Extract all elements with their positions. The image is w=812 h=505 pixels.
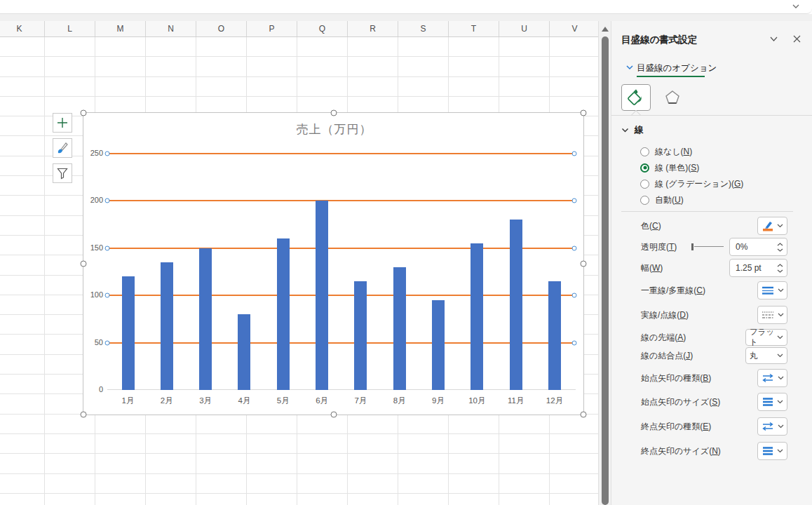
bar-series-point[interactable] [354, 281, 367, 390]
line-color-picker-dropdown[interactable] [757, 217, 787, 235]
radio-button[interactable] [640, 147, 649, 156]
pane-collapse-chevron-icon[interactable] [769, 34, 779, 43]
chevron-down-icon [777, 335, 783, 339]
chart-selection-handle[interactable] [81, 412, 87, 418]
major-gridline[interactable] [107, 248, 576, 249]
input-value[interactable]: 1.25 pt [736, 263, 762, 273]
column-header-Q[interactable]: Q [297, 21, 348, 36]
chart-selection-handle[interactable] [331, 110, 337, 116]
end-arrow-type-dropdown[interactable] [757, 417, 787, 436]
column-header-T[interactable]: T [449, 21, 499, 36]
y-axis-tick-label: 0 [82, 385, 103, 393]
begin-arrow-size-dropdown[interactable] [757, 393, 787, 411]
radio-option[interactable]: 自動(U) [640, 193, 684, 207]
scrollbar-thumb[interactable] [602, 36, 609, 505]
radio-option[interactable]: 線 (単色)(S) [640, 161, 699, 175]
radio-label: 線なし(N) [655, 146, 692, 158]
cap-type-row: 線の先端(A)フラット [641, 328, 787, 346]
major-gridline[interactable] [107, 200, 576, 201]
input-value[interactable]: 0% [736, 242, 747, 252]
chart-title[interactable]: 売上（万円） [83, 121, 585, 137]
line-section-header[interactable]: 線 [621, 124, 644, 136]
bar-series-point[interactable] [393, 267, 406, 390]
major-gridline[interactable] [107, 342, 576, 344]
end-arrow-type-label: 終点矢印の種類(E) [641, 421, 711, 433]
radio-button[interactable] [640, 163, 649, 173]
options-expander-chevron-icon[interactable] [625, 64, 634, 71]
column-header-S[interactable]: S [398, 21, 449, 36]
bar-series-point[interactable] [199, 248, 212, 390]
column-header-R[interactable]: R [348, 21, 398, 36]
column-header-K[interactable]: K [0, 21, 45, 36]
column-header-U[interactable]: U [499, 21, 550, 36]
end-arrow-type-row: 終点矢印の種類(E) [641, 417, 787, 436]
radio-button[interactable] [640, 196, 649, 205]
options-tab-label[interactable]: 目盛線のオプション [637, 62, 717, 74]
radio-option[interactable]: 線なし(N) [640, 144, 692, 159]
join-type-dropdown[interactable]: 丸 [745, 347, 787, 364]
pane-close-icon[interactable] [792, 34, 801, 43]
gridline-selection-handle[interactable] [105, 293, 110, 298]
chart-elements-button[interactable] [53, 113, 72, 133]
begin-arrow-type-dropdown[interactable] [757, 369, 787, 387]
radio-option[interactable]: 線 (グラデーション)(G) [640, 177, 743, 191]
gridline-selection-handle[interactable] [105, 198, 110, 203]
column-header-M[interactable]: M [95, 21, 146, 36]
chart-selection-handle[interactable] [81, 261, 87, 267]
gridline-selection-handle[interactable] [572, 340, 577, 345]
transparency-input[interactable]: 0% [729, 238, 787, 256]
gridline-selection-handle[interactable] [105, 340, 110, 345]
spinner-buttons[interactable] [776, 243, 784, 252]
bar-series-point[interactable] [432, 300, 445, 390]
chart-selection-handle[interactable] [581, 412, 587, 418]
column-header-L[interactable]: L [45, 21, 95, 36]
cap-type-dropdown[interactable]: フラット [745, 329, 787, 346]
gridline-selection-handle[interactable] [105, 152, 110, 156]
gridline-selection-handle[interactable] [572, 152, 577, 156]
chart-selection-handle[interactable] [331, 412, 337, 418]
width-input[interactable]: 1.25 pt [729, 259, 787, 277]
bar-series-point[interactable] [510, 220, 522, 390]
tab-divider [611, 115, 812, 116]
dash-type-row: 実線/点線(D) [641, 306, 787, 324]
scroll-up-arrow-icon[interactable] [602, 27, 609, 32]
vertical-scrollbar[interactable] [598, 21, 611, 505]
begin-arrow-size-row: 始点矢印のサイズ(S) [641, 393, 787, 411]
bar-series-point[interactable] [548, 281, 561, 390]
effects-tab[interactable] [658, 84, 687, 111]
bar-series-point[interactable] [161, 262, 173, 390]
bar-series-point[interactable] [238, 314, 250, 390]
bar-series-point[interactable] [277, 238, 290, 390]
bar-series-point[interactable] [316, 201, 328, 390]
gridline-selection-handle[interactable] [572, 245, 577, 250]
chart-selection-handle[interactable] [581, 110, 587, 116]
line-color-picker-label: 色(C) [641, 220, 661, 232]
bar-series-point[interactable] [122, 276, 135, 390]
column-header-P[interactable]: P [247, 21, 297, 36]
gridline-selection-handle[interactable] [572, 293, 577, 298]
compound-type-dropdown[interactable] [757, 281, 787, 299]
gridline-selection-handle[interactable] [572, 198, 577, 203]
column-header-N[interactable]: N [146, 21, 196, 36]
chart-object[interactable]: 売上（万円） 0501001502002501月2月3月4月5月6月7月8月9月… [83, 112, 584, 415]
dash-type-dropdown[interactable] [757, 306, 787, 324]
spinner-buttons[interactable] [776, 264, 784, 273]
column-header-V[interactable]: V [550, 21, 598, 36]
chart-selection-handle[interactable] [581, 261, 587, 267]
arrow-type-icon [761, 422, 775, 431]
major-gridline[interactable] [107, 295, 576, 296]
ribbon-expand-chevron-icon[interactable] [791, 2, 801, 11]
end-arrow-size-dropdown[interactable] [757, 442, 787, 460]
chart-filters-button[interactable] [53, 163, 72, 183]
slider-handle[interactable] [691, 243, 693, 250]
fill-line-tab[interactable] [621, 84, 651, 111]
radio-button[interactable] [640, 180, 649, 189]
column-headers[interactable]: KLMNOPQRSTUV [0, 21, 598, 37]
chart-selection-handle[interactable] [81, 110, 87, 116]
column-header-O[interactable]: O [196, 21, 247, 36]
bar-series-point[interactable] [471, 243, 483, 390]
chart-styles-button[interactable] [53, 138, 72, 158]
gridline-selection-handle[interactable] [105, 245, 110, 250]
transparency-slider[interactable] [691, 243, 724, 251]
major-gridline[interactable] [107, 153, 576, 154]
